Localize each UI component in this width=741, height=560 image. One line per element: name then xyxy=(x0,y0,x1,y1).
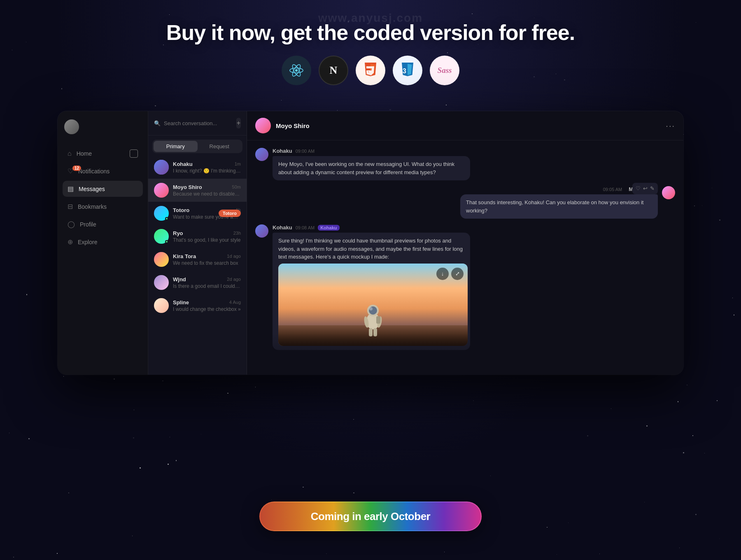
message-row: Kohaku 09:08 AM Kohaku Sure thing! I'm t… xyxy=(255,224,675,350)
msg-avatar xyxy=(255,148,268,161)
chat-header: Moyo Shiro ··· xyxy=(247,111,683,140)
conv-item-moyo[interactable]: Moyo Shiro 50m Because we need to disabl… xyxy=(148,179,247,202)
sidebar-item-label: Home xyxy=(77,150,92,157)
conv-info-kira: Kira Tora 1d ago We need to fix the sear… xyxy=(173,253,241,266)
conv-time: 23h xyxy=(233,231,241,236)
msg-meta: Kohaku 09:00 AM xyxy=(273,148,675,154)
coming-soon-inner: Coming in early October xyxy=(260,502,481,530)
explore-icon: ⊕ xyxy=(68,238,73,246)
coming-soon-banner[interactable]: Coming in early October xyxy=(259,502,482,531)
search-input[interactable] xyxy=(164,120,233,126)
css3-icon: 3 xyxy=(393,56,422,85)
mention-badge: Kohaku xyxy=(318,225,339,231)
chat-user-info: Moyo Shiro xyxy=(255,118,310,133)
svg-text:3: 3 xyxy=(403,68,406,75)
conv-avatar-moyo xyxy=(154,183,169,198)
notifications-badge: 12 xyxy=(72,166,81,171)
conv-avatar-spline xyxy=(154,298,169,313)
nextjs-icon: N xyxy=(319,56,348,85)
page-header: Buy it now, get the coded version for fr… xyxy=(0,21,741,45)
conv-preview: We need to fix the search box xyxy=(173,260,241,266)
conv-avatar-kira xyxy=(154,252,169,267)
sidebar: ⌂ Home ♡ Notifications 12 ▤ Messages ⊟ B… xyxy=(58,111,148,375)
conv-avatar-totoro xyxy=(154,206,169,221)
conv-name: Ryo xyxy=(173,230,183,236)
conv-preview: Because we need to disable the zoom xyxy=(173,191,241,197)
conv-item-spline[interactable]: Spline 4 Aug I would change the checkbox… xyxy=(148,294,247,317)
conv-info-wjnd: Wjnd 2d ago Is there a good email I coul… xyxy=(173,276,241,289)
totoro-badge: Totoro xyxy=(219,210,241,217)
svg-point-0 xyxy=(295,69,298,72)
more-options-button[interactable]: ··· xyxy=(666,121,675,131)
online-indicator xyxy=(165,217,168,220)
conv-preview: I know, right? 🙂 I'm thinking we could u… xyxy=(173,168,241,174)
msg-bubble: That sounds interesting, Kohaku! Can you… xyxy=(460,194,658,219)
coming-soon-text: Coming in early October xyxy=(311,510,430,523)
conv-name: Kira Tora xyxy=(173,253,196,259)
conv-avatar-wjnd xyxy=(154,275,169,290)
add-conversation-button[interactable]: + xyxy=(236,118,241,128)
sidebar-item-home[interactable]: ⌂ Home xyxy=(63,146,143,161)
svg-rect-18 xyxy=(376,316,380,324)
msg-time: 09:00 AM xyxy=(296,149,315,154)
expand-button[interactable]: ⤢ xyxy=(451,268,464,280)
msg-content: Kohaku 09:00 AM Hey Moyo, I've been work… xyxy=(273,148,675,180)
sidebar-item-notifications[interactable]: ♡ Notifications 12 xyxy=(63,163,143,179)
conv-info-spline: Spline 4 Aug I would change the checkbox… xyxy=(173,299,241,312)
chat-avatar xyxy=(255,118,271,133)
heart-icon[interactable]: ♡ xyxy=(636,184,641,193)
conv-header: 🔍 + xyxy=(148,111,247,135)
sidebar-item-profile[interactable]: ◯ Profile xyxy=(63,216,143,232)
chat-username: Moyo Shiro xyxy=(276,122,310,129)
conv-time: 4 Aug xyxy=(229,300,241,305)
conv-info-moyo: Moyo Shiro 50m Because we need to disabl… xyxy=(173,184,241,197)
messages-icon: ▤ xyxy=(68,185,74,193)
tech-icons-row: N 3 Sass xyxy=(282,56,459,85)
reply-icon[interactable]: ↩ xyxy=(643,184,648,193)
msg-time: 09:08 AM xyxy=(296,225,315,230)
msg-text: Sure thing! I'm thinking we could have t… xyxy=(278,238,463,260)
conv-name: Spline xyxy=(173,299,189,306)
msg-content: Moyo Shiro 09:05 AM That sounds interest… xyxy=(255,186,658,219)
edit-icon[interactable]: ✎ xyxy=(650,184,655,193)
react-icon xyxy=(282,56,311,85)
conv-time: 2d ago xyxy=(227,277,241,282)
conversations-panel: 🔍 + Primary Request Kohaku 1m I know, ri… xyxy=(148,111,247,375)
sidebar-item-bookmarks[interactable]: ⊟ Bookmarks xyxy=(63,198,143,215)
conv-item-wjnd[interactable]: Wjnd 2d ago Is there a good email I coul… xyxy=(148,271,247,294)
msg-time: 09:05 AM xyxy=(603,187,622,192)
msg-sender: Kohaku xyxy=(273,148,292,154)
tab-primary[interactable]: Primary xyxy=(154,141,198,152)
conv-info-kohaku: Kohaku 1m I know, right? 🙂 I'm thinking … xyxy=(173,161,241,174)
sidebar-item-messages[interactable]: ▤ Messages xyxy=(63,181,143,197)
square-icon xyxy=(130,149,138,158)
conv-item-totoro[interactable]: Totoro 1h Want to make sure you're aware… xyxy=(148,202,247,225)
sass-icon: Sass xyxy=(430,56,459,85)
chat-bottom-fade xyxy=(247,334,683,375)
sidebar-item-label: Messages xyxy=(79,186,105,192)
conv-item-ryo[interactable]: Ryo 23h That's so good, I like your styl… xyxy=(148,225,247,248)
app-window: ⌂ Home ♡ Notifications 12 ▤ Messages ⊟ B… xyxy=(58,111,683,375)
profile-icon: ◯ xyxy=(68,220,75,228)
sidebar-nav: ⌂ Home ♡ Notifications 12 ▤ Messages ⊟ B… xyxy=(63,146,143,250)
conv-info-ryo: Ryo 23h That's so good, I like your styl… xyxy=(173,230,241,243)
conv-name: Moyo Shiro xyxy=(173,184,202,190)
conv-item-kira[interactable]: Kira Tora 1d ago We need to fix the sear… xyxy=(148,248,247,271)
sidebar-item-label: Bookmarks xyxy=(78,203,107,210)
tab-request[interactable]: Request xyxy=(198,141,242,152)
msg-text: Hey Moyo, I've been working on the new m… xyxy=(278,161,454,175)
conv-name: Totoro xyxy=(173,207,189,213)
conv-avatar-ryo xyxy=(154,229,169,244)
search-icon: 🔍 xyxy=(154,120,161,126)
conv-preview: I would change the checkbox » xyxy=(173,306,241,312)
conv-item-kohaku[interactable]: Kohaku 1m I know, right? 🙂 I'm thinking … xyxy=(148,156,247,179)
msg-actions: ♡ ↩ ✎ xyxy=(632,183,658,194)
download-button[interactable]: ↓ xyxy=(436,268,449,280)
conv-tabs: Primary Request xyxy=(152,140,242,153)
msg-sender: Kohaku xyxy=(273,224,292,231)
msg-meta: Kohaku 09:08 AM Kohaku xyxy=(273,224,675,231)
conversation-list: Kohaku 1m I know, right? 🙂 I'm thinking … xyxy=(148,156,247,375)
msg-text: That sounds interesting, Kohaku! Can you… xyxy=(466,199,643,214)
sidebar-item-explore[interactable]: ⊕ Explore xyxy=(63,234,143,250)
bookmarks-icon: ⊟ xyxy=(68,203,73,210)
